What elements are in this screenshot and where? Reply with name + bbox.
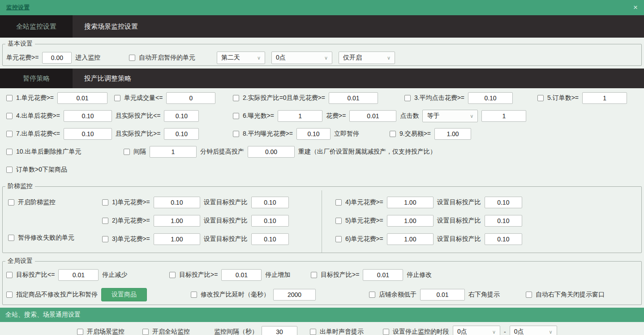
rule-5-checkbox[interactable]: [537, 95, 544, 101]
ladder-row-3-cost-input[interactable]: [154, 233, 200, 245]
rule-6-exposure-input[interactable]: [278, 110, 322, 122]
balance-alert-checkbox[interactable]: [369, 292, 375, 298]
stop-period-to-select[interactable]: 0点 ∨: [510, 326, 557, 335]
deal-count-group: 单元成交量<=: [114, 92, 215, 104]
rule-5-input[interactable]: [582, 92, 627, 104]
rule-6-click-compare-value: 等于: [427, 112, 439, 120]
rule-1-input[interactable]: [57, 92, 107, 104]
rule-6-click-compare-select[interactable]: 等于 ∨: [422, 110, 478, 122]
exclude-products-checkbox[interactable]: [6, 292, 13, 298]
order-sound-checkbox[interactable]: [310, 329, 316, 335]
interval-minutes-input[interactable]: [150, 146, 197, 158]
ladder-row-5-target-input[interactable]: [485, 215, 522, 227]
ladder-row-6-target-input[interactable]: [485, 233, 522, 245]
rule-7-cost-input[interactable]: [64, 128, 112, 140]
ladder-row-4-checkbox[interactable]: [335, 199, 342, 206]
roi-stop-increase-input[interactable]: [221, 269, 262, 281]
rule-3-input[interactable]: [468, 92, 513, 104]
roi-delay-group: 修改投产比延时（毫秒）: [191, 289, 316, 301]
ladder-row-1-checkbox[interactable]: [102, 199, 108, 206]
close-icon[interactable]: ×: [633, 3, 638, 12]
rule-8-input[interactable]: [296, 128, 331, 140]
interval-checkbox[interactable]: [124, 149, 130, 155]
stop-period-checkbox[interactable]: [383, 329, 389, 335]
rule-9-input[interactable]: [434, 128, 471, 140]
roi-stop-modify-input[interactable]: [363, 269, 403, 281]
stop-period-from-select[interactable]: 0点 ∨: [453, 326, 500, 335]
rule-4-checkbox[interactable]: [6, 113, 13, 119]
ladder-row-1-cost-input[interactable]: [154, 197, 200, 208]
mode-select[interactable]: 仅开启 ∨: [339, 52, 395, 64]
tab-search-scene-monitor-settings[interactable]: 搜索场景监控设置: [73, 15, 150, 38]
rule-7-label: 7.出单后花费<=: [16, 130, 60, 138]
ladder-row-3-target-input[interactable]: [251, 233, 289, 245]
ladder-row-4: 4)单元花费>= 设置目标投产比: [335, 193, 641, 211]
rule-6-label: 6.曝光数>=: [243, 112, 274, 120]
ladder-row-1-target-input[interactable]: [251, 197, 289, 208]
ladder-row-3-checkbox[interactable]: [102, 236, 108, 242]
auto-close-tip-checkbox[interactable]: [526, 292, 532, 298]
set-products-button[interactable]: 设置商品: [101, 288, 147, 301]
hour-select-value: 0点: [276, 54, 286, 62]
stop-period-to-value: 0点: [514, 328, 524, 335]
ladder-row-2-target-input[interactable]: [251, 215, 289, 227]
order-offshelf-checkbox[interactable]: [6, 167, 13, 173]
tab-roi-adjust-strategy[interactable]: 投产比调整策略: [73, 69, 143, 88]
rule-8-checkbox[interactable]: [233, 131, 239, 137]
roi-delay-input[interactable]: [273, 289, 316, 301]
rule-4-roi-input[interactable]: [164, 110, 199, 122]
day-select[interactable]: 第二天 ∨: [217, 52, 265, 64]
rule-6-click-count-input[interactable]: [481, 110, 526, 122]
rule-4-roi-label: 且实际投产比<=: [116, 112, 160, 120]
site-monitor-checkbox[interactable]: [142, 329, 149, 335]
rule-10-checkbox[interactable]: [6, 149, 13, 155]
deal-count-label: 单元成交量<=: [124, 94, 163, 102]
monitor-interval-input[interactable]: [262, 326, 297, 335]
ladder-row-2-checkbox[interactable]: [102, 218, 108, 224]
ladder-pause-failed-checkbox[interactable]: [8, 235, 14, 241]
roi-delay-checkbox[interactable]: [191, 292, 197, 298]
ladder-row-6-checkbox[interactable]: [335, 236, 342, 242]
rule-9-checkbox[interactable]: [390, 131, 396, 137]
roi-stop-modify-checkbox[interactable]: [311, 272, 317, 278]
tab-pause-strategy[interactable]: 暂停策略: [0, 69, 73, 88]
ladder-row-5-checkbox[interactable]: [335, 218, 342, 224]
tab-site-monitor-settings[interactable]: 全站监控设置: [0, 15, 73, 38]
ladder-row-4-cost-input[interactable]: [387, 197, 434, 208]
rule-10-label: 10.出单后删除推广单元: [16, 148, 81, 156]
ladder-row-2-cost-input[interactable]: [154, 215, 200, 227]
raise-roi-input[interactable]: [248, 146, 295, 158]
rule-7-checkbox[interactable]: [6, 131, 13, 137]
ladder-row-4-target-input[interactable]: [485, 197, 522, 208]
order-offshelf-label: 订单数>0下架商品: [16, 166, 67, 174]
rule-6-checkbox[interactable]: [233, 113, 239, 119]
common-settings-header: 全站、搜索、场景通用设置: [0, 308, 644, 322]
rule-1-checkbox[interactable]: [6, 95, 13, 101]
rule-2-group: 2.实际投产比=0且单元花费>=: [233, 92, 378, 104]
rule-7-roi-input[interactable]: [164, 128, 199, 140]
basic-settings-legend: 基本设置: [5, 40, 35, 48]
deal-count-input[interactable]: [166, 92, 215, 104]
ladder-row-3-label: 3)单元花费>=: [112, 235, 150, 243]
rule-6-cost-input[interactable]: [349, 110, 396, 122]
deal-count-checkbox[interactable]: [114, 95, 120, 101]
auto-open-paused-units-checkbox[interactable]: [129, 55, 135, 61]
ladder-row-6-cost-input[interactable]: [387, 233, 434, 245]
ladder-row-6: 6)单元花费>= 设置目标投产比: [335, 230, 641, 248]
rule-3-checkbox[interactable]: [404, 95, 411, 101]
roi-stop-decrease-checkbox[interactable]: [6, 272, 13, 278]
roi-stop-decrease-input[interactable]: [58, 269, 99, 281]
balance-alert-input[interactable]: [420, 289, 465, 301]
rule-6-group: 6.曝光数>= 花费>= 点击数 等于 ∨: [233, 110, 526, 122]
rule-2-input[interactable]: [329, 92, 378, 104]
rule-4-cost-input[interactable]: [64, 110, 112, 122]
roi-stop-increase-checkbox[interactable]: [169, 272, 176, 278]
hour-select[interactable]: 0点 ∨: [271, 52, 332, 64]
unit-cost-threshold-input[interactable]: [42, 52, 72, 64]
scene-monitor-checkbox[interactable]: [77, 329, 83, 335]
exclude-products-group: 指定商品不修改投产比和暂停 设置商品: [6, 288, 147, 301]
auto-open-paused-units-label: 自动开启暂停的单元: [139, 54, 195, 62]
rule-2-checkbox[interactable]: [233, 95, 239, 101]
ladder-enable-checkbox[interactable]: [8, 199, 14, 206]
ladder-row-5-cost-input[interactable]: [387, 215, 434, 227]
